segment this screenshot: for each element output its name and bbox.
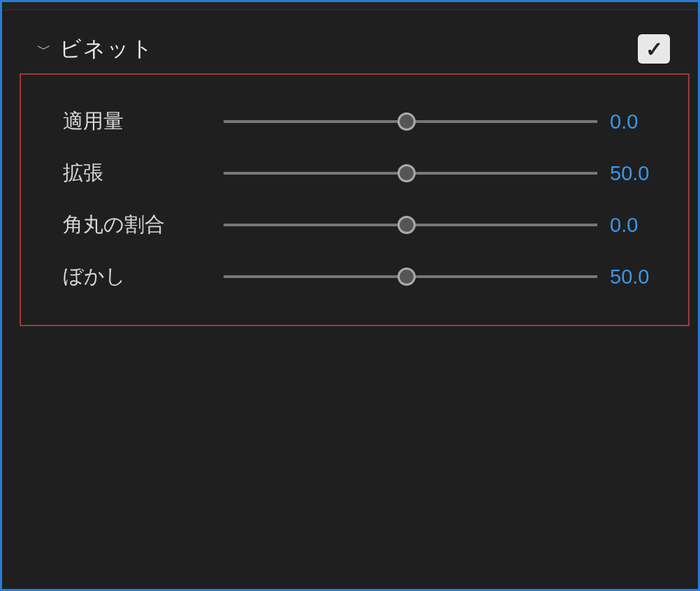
slider-feather[interactable] (224, 266, 597, 287)
slider-row-feather: ぼかし 50.0 (63, 251, 667, 302)
chevron-down-icon[interactable]: ﹀ (37, 40, 51, 59)
slider-row-roundness: 角丸の割合 0.0 (63, 199, 667, 251)
slider-value-input[interactable]: 50.0 (597, 265, 667, 289)
slider-value-input[interactable]: 50.0 (597, 162, 667, 185)
header-left-group[interactable]: ﹀ ビネット (37, 34, 154, 64)
slider-roundness[interactable] (224, 214, 597, 235)
enable-checkbox[interactable]: ✓ (638, 34, 670, 64)
section-header: ﹀ ビネット ✓ (37, 31, 670, 66)
slider-label: 角丸の割合 (63, 211, 224, 239)
slider-thumb[interactable] (398, 112, 416, 131)
slider-thumb[interactable] (398, 164, 416, 182)
slider-label: ぼかし (63, 263, 224, 291)
slider-thumb[interactable] (398, 216, 416, 234)
vignette-panel: ﹀ ビネット ✓ 適用量 0.0 拡張 50.0 角丸の割合 (0, 0, 700, 591)
slider-row-amount: 適用量 0.0 (63, 96, 667, 147)
slider-value-input[interactable]: 0.0 (597, 110, 667, 133)
slider-amount[interactable] (224, 111, 597, 132)
slider-midpoint[interactable] (224, 163, 597, 184)
sliders-group-selection: 適用量 0.0 拡張 50.0 角丸の割合 0.0 ぼかし (20, 73, 690, 326)
checkmark-icon: ✓ (646, 37, 663, 61)
panel-top-divider (2, 2, 698, 10)
slider-label: 適用量 (63, 108, 224, 136)
slider-label: 拡張 (63, 159, 224, 187)
slider-thumb[interactable] (398, 268, 416, 286)
slider-value-input[interactable]: 0.0 (597, 214, 667, 237)
section-title: ビネット (59, 34, 154, 64)
slider-row-midpoint: 拡張 50.0 (63, 147, 667, 199)
